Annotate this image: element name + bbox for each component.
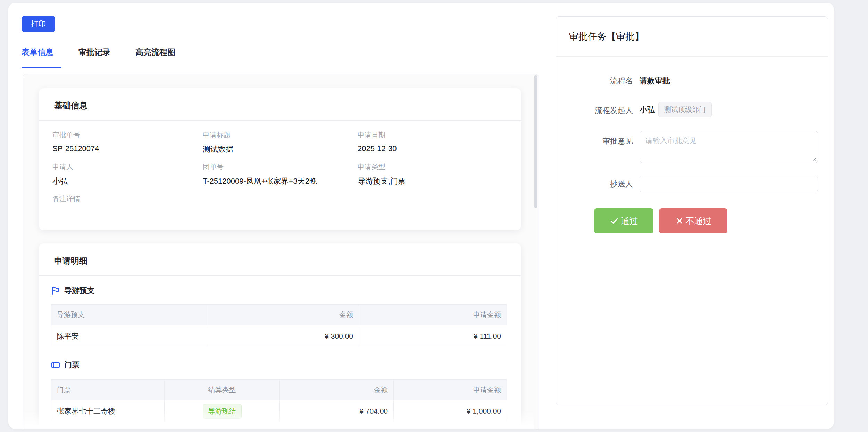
table-header-cell: 金额 bbox=[280, 380, 394, 400]
field-request-date: 申请日期 2025-12-30 bbox=[358, 130, 506, 155]
section-heading: 导游预支 bbox=[64, 285, 95, 296]
initiator-label: 流程发起人 bbox=[556, 105, 633, 116]
field-value: 测试数据 bbox=[203, 144, 358, 155]
basic-info-title: 基础信息 bbox=[39, 88, 521, 111]
active-tab-underline bbox=[22, 67, 61, 68]
field-label: 审批单号 bbox=[52, 130, 203, 140]
check-icon bbox=[609, 216, 619, 226]
tab-approval-records[interactable]: 审批记录 bbox=[78, 47, 110, 58]
field-request-title: 申请标题 测试数据 bbox=[203, 130, 358, 155]
field-label: 申请标题 bbox=[203, 130, 358, 140]
details-title: 申请明细 bbox=[39, 243, 521, 266]
basic-info-fields: 审批单号 SP-25120074 申请标题 测试数据 申请日期 2025-12-… bbox=[39, 121, 521, 216]
ticket-table: 门票 结算类型 金额 申请金额 张家界七十二奇楼 导游现结 ¥ 704.00 ¥… bbox=[51, 379, 507, 422]
scrollbar-thumb[interactable] bbox=[534, 75, 537, 208]
divider bbox=[39, 275, 521, 276]
details-card: 申请明细 导游预支 导游预支 金额 申请金额 bbox=[39, 243, 521, 429]
approve-button[interactable]: 通过 bbox=[594, 208, 653, 233]
cc-input[interactable] bbox=[640, 176, 818, 192]
field-value: T-25120009-凤凰+张家界+3天2晚 bbox=[203, 176, 358, 186]
table-header-row: 导游预支 金额 申请金额 bbox=[51, 305, 507, 325]
settlement-badge: 导游现结 bbox=[203, 404, 242, 419]
field-remarks: 备注详情 bbox=[52, 194, 203, 208]
opinion-field-wrap bbox=[640, 131, 818, 163]
section-heading: 门票 bbox=[64, 360, 80, 370]
initiator-name: 小弘 bbox=[640, 105, 655, 115]
flag-icon bbox=[51, 286, 60, 295]
field-label: 申请人 bbox=[52, 162, 203, 172]
table-header-cell: 门票 bbox=[51, 380, 165, 400]
table-row: 张家界七十二奇楼 导游现结 ¥ 704.00 ¥ 1,000.00 bbox=[51, 400, 507, 422]
opinion-label: 审批意见 bbox=[556, 136, 633, 147]
field-group-no: 团单号 T-25120009-凤凰+张家界+3天2晚 bbox=[203, 162, 358, 186]
reject-button[interactable]: 不通过 bbox=[659, 208, 727, 233]
field-applicant: 申请人 小弘 bbox=[52, 162, 203, 186]
approve-label: 通过 bbox=[621, 215, 638, 227]
opinion-textarea[interactable] bbox=[640, 131, 818, 163]
table-row: 陈平安 ¥ 300.00 ¥ 111.00 bbox=[51, 325, 507, 347]
tab-form-info[interactable]: 表单信息 bbox=[22, 47, 53, 58]
table-cell: ¥ 111.00 bbox=[359, 325, 507, 347]
field-value: SP-25120074 bbox=[52, 144, 203, 153]
table-header-cell: 申请金额 bbox=[359, 305, 507, 325]
field-label: 备注详情 bbox=[52, 194, 203, 203]
table-cell: 陈平安 bbox=[51, 325, 206, 347]
tab-flowchart[interactable]: 高亮流程图 bbox=[135, 47, 175, 58]
guide-advance-section: 导游预支 bbox=[51, 285, 521, 296]
tab-bar: 表单信息 审批记录 高亮流程图 bbox=[22, 47, 175, 58]
field-label: 申请类型 bbox=[358, 162, 506, 172]
field-value: 2025-12-30 bbox=[358, 144, 506, 153]
table-header-cell: 结算类型 bbox=[165, 380, 280, 400]
print-button[interactable]: 打印 bbox=[22, 16, 55, 32]
approval-panel: 审批任务【审批】 流程名 请款审批 流程发起人 小弘 测试顶级部门 审批意见 抄… bbox=[556, 16, 828, 405]
table-header-cell: 导游预支 bbox=[51, 305, 206, 325]
table-cell: 张家界七十二奇楼 bbox=[51, 400, 165, 422]
field-value: 导游预支,门票 bbox=[358, 176, 506, 186]
field-approval-no: 审批单号 SP-25120074 bbox=[52, 130, 203, 155]
main-container: 打印 表单信息 审批记录 高亮流程图 基础信息 审批单号 SP-25120074… bbox=[8, 3, 834, 429]
initiator-value-row: 小弘 测试顶级部门 bbox=[640, 102, 712, 117]
resize-handle-icon[interactable] bbox=[812, 157, 817, 161]
table-header-cell: 金额 bbox=[206, 305, 359, 325]
reject-label: 不通过 bbox=[686, 215, 712, 227]
x-icon bbox=[675, 216, 684, 225]
cc-label: 抄送人 bbox=[556, 179, 633, 189]
field-request-type: 申请类型 导游预支,门票 bbox=[358, 162, 506, 186]
ticket-section: 门票 bbox=[51, 360, 521, 370]
field-label: 团单号 bbox=[203, 162, 358, 172]
table-header-cell: 申请金额 bbox=[394, 380, 507, 400]
table-header-row: 门票 结算类型 金额 申请金额 bbox=[51, 380, 507, 400]
field-value: 小弘 bbox=[52, 176, 203, 186]
department-tag: 测试顶级部门 bbox=[658, 102, 712, 117]
process-name-label: 流程名 bbox=[556, 76, 633, 86]
field-label: 申请日期 bbox=[358, 130, 506, 140]
table-cell: ¥ 704.00 bbox=[280, 400, 394, 422]
table-cell: ¥ 1,000.00 bbox=[394, 400, 507, 422]
basic-info-card: 基础信息 审批单号 SP-25120074 申请标题 测试数据 申请日期 202… bbox=[39, 88, 521, 230]
form-scroll-area[interactable]: 基础信息 审批单号 SP-25120074 申请标题 测试数据 申请日期 202… bbox=[23, 74, 539, 429]
table-cell: ¥ 300.00 bbox=[206, 325, 359, 347]
table-cell: 导游现结 bbox=[165, 400, 280, 422]
approval-panel-title: 审批任务【审批】 bbox=[556, 17, 828, 57]
guide-advance-table: 导游预支 金额 申请金额 陈平安 ¥ 300.00 ¥ 111.00 bbox=[51, 304, 507, 347]
ticket-icon bbox=[51, 360, 60, 369]
process-name-value: 请款审批 bbox=[640, 76, 670, 86]
